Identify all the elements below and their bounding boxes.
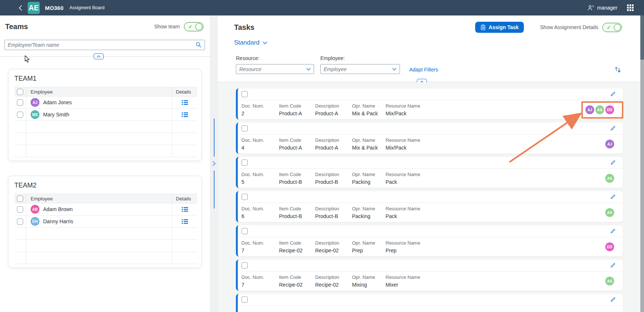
assign-task-label: Assign Task [489, 24, 519, 30]
task-checkbox[interactable] [241, 159, 248, 166]
task-checkbox[interactable] [241, 194, 248, 200]
empty-table-row [14, 145, 197, 157]
user-menu[interactable]: manager [588, 5, 617, 11]
team-name: TEAM1 [14, 74, 197, 83]
edit-task-button[interactable] [610, 160, 616, 165]
sort-button[interactable] [614, 66, 622, 75]
details-button[interactable] [182, 112, 188, 118]
row-checkbox[interactable] [17, 112, 23, 118]
avatar: MS [31, 110, 39, 119]
description-value: Recipe-02 [315, 282, 352, 288]
table-header-row: Employee Details [14, 194, 197, 203]
edit-task-button[interactable] [610, 297, 616, 302]
table-row[interactable]: AB Adam Brown [14, 203, 197, 215]
description-value: Recipe-02 [315, 248, 352, 253]
task-card[interactable]: Doc. Num.7 Item CodeRecipe-02 Descriptio… [236, 225, 623, 256]
expand-panel-button[interactable] [212, 161, 216, 168]
assignment-board-app: AE MO360 Assigment Board manager [0, 0, 644, 312]
employee-name: Danny Harris [43, 218, 73, 224]
chevron-down-icon [262, 41, 268, 45]
employee-filter-select[interactable]: Employee [320, 64, 400, 74]
item-code-value: Recipe-02 [279, 282, 315, 288]
check-icon: ✓ [607, 25, 611, 30]
task-card[interactable]: Doc. Num.6 Item CodeProduct-B Descriptio… [236, 191, 623, 222]
task-checkbox[interactable] [241, 91, 248, 97]
employee-column-header: Employee [26, 196, 172, 201]
app-finder-button[interactable] [627, 4, 634, 11]
field-label: Item Code [279, 103, 315, 109]
resource-name-value: Mixer [386, 282, 623, 288]
employee-name: Adam Brown [43, 206, 73, 212]
teams-panel: Teams Show team ✓ [0, 15, 210, 312]
field-label: Description [315, 137, 352, 143]
employee-filter-label: Employee: [320, 55, 345, 61]
description-value: Product-A [315, 111, 352, 116]
search-button[interactable] [193, 42, 205, 48]
chevron-up-icon [97, 55, 101, 58]
task-card-partial[interactable] [236, 294, 623, 312]
avatar: DH [31, 217, 39, 226]
adapt-filters-link[interactable]: Adapt Filters [409, 67, 438, 73]
opr-name-value: Mix & Pack [352, 145, 386, 151]
scrollbar-thumb[interactable] [640, 15, 644, 60]
doc-num-value: 5 [241, 179, 279, 185]
resource-name-value: Pack [386, 179, 623, 185]
assignee-avatar: AJ [605, 140, 614, 148]
doc-num-value: 6 [241, 213, 279, 219]
employee-placeholder: Employee [324, 66, 392, 72]
field-label: Opr. Name [352, 103, 386, 109]
field-label: Item Code [279, 274, 315, 280]
edit-task-button[interactable] [610, 263, 616, 268]
details-button[interactable] [182, 207, 188, 212]
select-all-checkbox[interactable] [17, 196, 23, 202]
edit-task-button[interactable] [610, 126, 616, 131]
edit-task-button[interactable] [610, 91, 616, 97]
task-checkbox[interactable] [241, 228, 248, 234]
field-label: Description [315, 206, 352, 211]
edit-task-button[interactable] [610, 194, 616, 200]
teams-title: Teams [5, 22, 28, 31]
panel-splitter[interactable] [210, 15, 217, 312]
list-icon [182, 100, 188, 105]
person-icon [588, 5, 594, 11]
task-card[interactable]: Doc. Num.4 Item CodeProduct-A Descriptio… [236, 123, 623, 154]
item-code-value: Product-B [279, 179, 315, 185]
back-button[interactable] [18, 5, 22, 11]
empty-table-row [14, 228, 197, 240]
app-logo[interactable]: AE [28, 2, 40, 14]
task-checkbox[interactable] [241, 125, 248, 132]
table-row[interactable]: MS Mary Smith [14, 109, 197, 121]
select-all-checkbox[interactable] [17, 89, 23, 95]
table-row[interactable]: DH Danny Harris [14, 215, 197, 228]
teams-collapse-button[interactable] [94, 53, 104, 59]
row-checkbox[interactable] [17, 99, 23, 106]
opr-name-value: Mix & Pack [352, 111, 386, 116]
assignee-avatar: AS [605, 174, 614, 183]
description-value: Product-B [315, 213, 352, 219]
task-checkbox[interactable] [241, 262, 248, 269]
variant-selector[interactable]: Standard [234, 39, 268, 46]
edit-task-button[interactable] [610, 228, 616, 234]
show-team-toggle[interactable]: ✓ [184, 22, 203, 31]
vertical-scrollbar[interactable] [640, 15, 644, 312]
field-label: Doc. Num. [241, 206, 279, 211]
field-label: Opr. Name [352, 172, 386, 177]
show-assignment-details-toggle[interactable]: ✓ [602, 23, 622, 32]
team-search-input[interactable] [5, 42, 193, 48]
resource-filter-select[interactable]: Resource [236, 64, 314, 74]
resource-filter-label: Resource: [236, 55, 260, 61]
details-column-header: Details [172, 87, 197, 96]
chevron-down-icon [306, 68, 311, 71]
row-checkbox[interactable] [17, 218, 23, 225]
details-column-header: Details [172, 194, 197, 203]
row-checkbox[interactable] [17, 206, 23, 213]
task-card[interactable]: Doc. Num.7 Item CodeRecipe-02 Descriptio… [236, 260, 623, 291]
task-card[interactable]: Doc. Num.5 Item CodeProduct-B Descriptio… [236, 157, 623, 188]
item-code-value: Product-A [279, 111, 315, 116]
details-button[interactable] [182, 219, 188, 224]
task-card[interactable]: Doc. Num.2 Item CodeProduct-A Descriptio… [236, 88, 623, 119]
assign-task-button[interactable]: Assign Task [475, 22, 524, 33]
task-checkbox[interactable] [241, 297, 248, 303]
details-button[interactable] [182, 100, 188, 105]
table-row[interactable]: AJ Adam Jones [14, 97, 197, 109]
